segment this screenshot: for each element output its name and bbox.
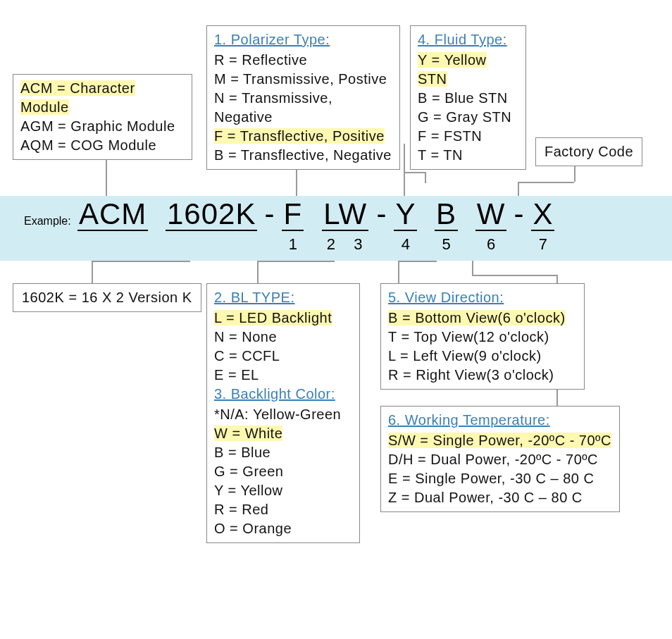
fluid-title: 4. Fluid Type: [418,30,518,49]
seg-5-sub: 5 [442,235,450,254]
seg-1-text: F [282,199,304,231]
seg-7: X 7 [531,199,554,254]
connector [398,261,437,262]
blcolor-r: R = Red [214,500,352,519]
polarizer-n: N = Transmissive, Negative [214,89,392,127]
polarizer-title: 1. Polarizer Type: [214,30,392,49]
connector [472,261,473,275]
dash: - [506,199,531,230]
blcolor-na: *N/A: Yellow-Green [214,405,352,424]
seg-6-sub: 6 [487,235,495,254]
module-acm: ACM = Character Module [20,80,135,115]
dash: - [369,199,394,230]
polarizer-box: 1. Polarizer Type: R = Reflective M = Tr… [206,25,400,170]
view-l: L = Left View(9 o'clock) [388,347,577,366]
fluid-f: F = FSTN [418,127,518,146]
seg-model: 1602K [166,199,257,231]
view-direction-box: 5. View Direction: B = Bottom View(6 o'c… [380,283,585,390]
seg-model-text: 1602K [166,199,257,231]
connector [404,144,405,196]
connector [472,275,556,276]
fluid-g: G = Gray STN [418,108,518,127]
seg-4-sub: 4 [402,235,410,254]
polarizer-r: R = Reflective [214,51,392,70]
model-box: 1602K = 16 X 2 Version K [13,283,201,312]
seg-5: B 5 [435,199,458,254]
blcolor-b: B = Blue [214,443,352,462]
seg-7-sub: 7 [539,235,547,254]
seg-7-text: X [531,199,554,231]
connector [574,166,575,182]
seg-1-sub: 1 [289,235,297,254]
bltype-l: L = LED Backlight [214,310,332,325]
view-title: 5. View Direction: [388,288,577,307]
blcolor-y: Y = Yellow [214,481,352,500]
seg-4: Y 4 [394,199,417,254]
seg-prefix: ACM [77,199,148,231]
fluid-y: Y = Yellow STN [418,52,487,87]
polarizer-b: B = Transflective, Negative [214,146,392,165]
module-type-box: ACM = Character Module AGM = Graphic Mod… [13,74,192,160]
seg-4-text: Y [394,199,417,231]
bltype-c: C = CCFL [214,347,352,366]
connector [518,182,574,183]
backlight-box: 2. BL TYPE: L = LED Backlight N = None C… [206,283,360,543]
dash: - [257,199,282,230]
temp-z: Z = Dual Power, -30 C – 80 C [388,488,612,507]
connector [257,261,335,262]
factory-code-box: Factory Code [535,137,642,166]
seg-5-text: B [435,199,458,231]
bltype-e: E = EL [214,366,352,385]
connector [398,261,399,283]
connector [404,172,425,173]
fluid-b: B = Blue STN [418,89,518,108]
factory-code-label: Factory Code [545,144,633,159]
blcolor-w: W = White [214,426,282,441]
temperature-box: 6. Working Temperature: S/W = Single Pow… [380,406,620,512]
spacer [458,199,475,230]
polarizer-m: M = Transmissive, Postive [214,70,392,89]
example-label: Example: [24,215,71,228]
temp-dh: D/H = Dual Power, -20ºC - 70ºC [388,450,612,469]
connector [257,261,259,283]
spacer [304,199,321,230]
blcolor-title: 3. Backlight Color: [214,385,352,404]
fluid-box: 4. Fluid Type: Y = Yellow STN B = Blue S… [410,25,526,170]
view-t: T = Top View(12 o'clock) [388,328,577,347]
seg-6: W 6 [475,199,507,254]
fluid-t: T = TN [418,146,518,165]
connector [518,182,519,196]
connector [92,261,93,283]
temp-e: E = Single Power, -30 C – 80 C [388,469,612,488]
view-r: R = Right View(3 o'clock) [388,366,577,385]
seg-23: LW 2 3 [321,199,370,254]
connector [425,172,426,183]
blcolor-o: O = Orange [214,519,352,538]
module-aqm: AQM = COG Module [20,136,185,155]
connector [92,261,190,262]
view-b: B = Bottom View(6 o'clock) [388,310,566,325]
seg-prefix-text: ACM [77,199,148,231]
temp-sw: S/W = Single Power, -20ºC - 70ºC [388,433,611,448]
temp-title: 6. Working Temperature: [388,411,612,430]
seg-23-text: LW [322,199,368,231]
bltype-title: 2. BL TYPE: [214,288,352,307]
seg-1: F 1 [282,199,304,254]
seg-6-text: W [475,199,507,231]
blcolor-g: G = Green [214,462,352,481]
polarizer-f: F = Transflective, Positive [214,128,385,144]
module-agm: AGM = Graphic Module [20,117,185,136]
part-number: ACM 1602K - F 1 LW 2 3 - Y 4 B 5 W 6 - X… [77,199,554,254]
seg-23-sub: 2 3 [321,235,370,254]
spacer [148,199,166,230]
model-text: 1602K = 16 X 2 Version K [22,290,192,305]
spacer [417,199,435,230]
bltype-n: N = None [214,328,352,347]
